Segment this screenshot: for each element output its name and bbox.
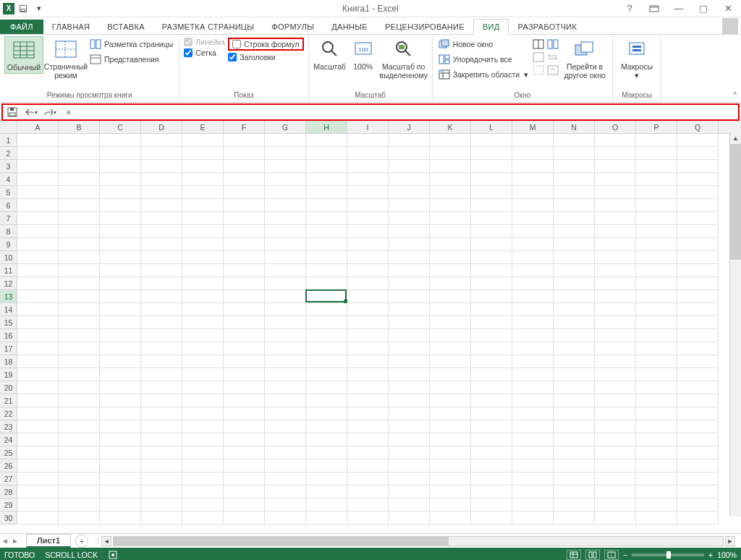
cell[interactable] xyxy=(182,368,224,381)
cell[interactable] xyxy=(512,290,554,303)
cell[interactable] xyxy=(389,407,430,420)
cell[interactable] xyxy=(636,459,677,472)
cell[interactable] xyxy=(141,290,182,303)
cell[interactable] xyxy=(389,303,430,316)
row-header-8[interactable]: 8 xyxy=(0,225,17,238)
cell[interactable] xyxy=(265,446,306,459)
cell[interactable] xyxy=(677,381,719,394)
cell[interactable] xyxy=(306,264,347,277)
macro-record-icon[interactable] xyxy=(108,550,118,560)
cell[interactable] xyxy=(471,212,512,225)
row-header-16[interactable]: 16 xyxy=(0,329,17,342)
cell[interactable] xyxy=(224,212,265,225)
cell[interactable] xyxy=(512,459,554,472)
cell[interactable] xyxy=(59,485,100,499)
cell[interactable] xyxy=(347,512,389,525)
cell[interactable] xyxy=(471,394,512,407)
cell[interactable] xyxy=(265,147,306,160)
cell[interactable] xyxy=(347,199,389,212)
cell[interactable] xyxy=(512,329,554,342)
cell[interactable] xyxy=(224,420,265,433)
new-window-button[interactable]: Новое окно xyxy=(437,38,530,51)
cell[interactable] xyxy=(636,212,677,225)
arrange-all-button[interactable]: Упорядочить все xyxy=(437,53,530,66)
cell[interactable] xyxy=(224,173,265,186)
cell[interactable] xyxy=(141,160,182,173)
cell[interactable] xyxy=(265,342,306,355)
cell[interactable] xyxy=(677,290,719,303)
cell[interactable] xyxy=(100,342,141,355)
cell[interactable] xyxy=(347,238,389,251)
hide-icon[interactable] xyxy=(533,52,544,62)
freeze-panes-button[interactable]: Закрепить области▾ xyxy=(437,68,530,81)
cell[interactable] xyxy=(100,264,141,277)
cell[interactable] xyxy=(471,225,512,238)
cell[interactable] xyxy=(100,290,141,303)
cell[interactable] xyxy=(306,251,347,264)
cell[interactable] xyxy=(471,433,512,446)
cell[interactable] xyxy=(17,420,59,433)
cell[interactable] xyxy=(182,303,224,316)
cell[interactable] xyxy=(347,433,389,446)
cell[interactable] xyxy=(182,407,224,420)
cell[interactable] xyxy=(389,277,430,290)
cell[interactable] xyxy=(471,407,512,420)
cell[interactable] xyxy=(100,355,141,368)
cell[interactable] xyxy=(224,485,265,499)
cell[interactable] xyxy=(306,277,347,290)
cell[interactable] xyxy=(471,368,512,381)
cell[interactable] xyxy=(141,459,182,472)
cell[interactable] xyxy=(17,485,59,499)
cell[interactable] xyxy=(59,368,100,381)
row-header-9[interactable]: 9 xyxy=(0,238,17,251)
scroll-right-icon[interactable]: ► xyxy=(725,536,735,546)
cell[interactable] xyxy=(306,355,347,368)
cell[interactable] xyxy=(595,459,636,472)
cell[interactable] xyxy=(595,277,636,290)
cell[interactable] xyxy=(636,290,677,303)
cell[interactable] xyxy=(677,134,719,147)
cell[interactable] xyxy=(347,381,389,394)
cell[interactable] xyxy=(265,368,306,381)
cell[interactable] xyxy=(59,238,100,251)
cell[interactable] xyxy=(141,186,182,199)
cell[interactable] xyxy=(306,394,347,407)
column-header-I[interactable]: I xyxy=(347,121,389,133)
cell[interactable] xyxy=(512,355,554,368)
collapse-ribbon-icon[interactable]: ^ xyxy=(733,91,737,99)
cell[interactable] xyxy=(224,433,265,446)
row-header-28[interactable]: 28 xyxy=(0,485,17,499)
cell[interactable] xyxy=(512,264,554,277)
cell[interactable] xyxy=(636,199,677,212)
cell[interactable] xyxy=(389,512,430,525)
cell[interactable] xyxy=(59,459,100,472)
cell[interactable] xyxy=(595,173,636,186)
cell[interactable] xyxy=(389,238,430,251)
cell[interactable] xyxy=(141,420,182,433)
cell[interactable] xyxy=(512,381,554,394)
cell[interactable] xyxy=(100,316,141,329)
cell[interactable] xyxy=(636,316,677,329)
cell[interactable] xyxy=(677,446,719,459)
cell[interactable] xyxy=(554,290,595,303)
cell[interactable] xyxy=(595,134,636,147)
row-header-1[interactable]: 1 xyxy=(0,134,17,147)
cell[interactable] xyxy=(389,472,430,485)
cell[interactable] xyxy=(347,277,389,290)
cell[interactable] xyxy=(182,160,224,173)
cell[interactable] xyxy=(182,173,224,186)
cell[interactable] xyxy=(554,420,595,433)
user-avatar[interactable] xyxy=(722,18,738,34)
cell[interactable] xyxy=(100,147,141,160)
cell[interactable] xyxy=(471,290,512,303)
column-header-F[interactable]: F xyxy=(224,121,265,133)
cell[interactable] xyxy=(636,512,677,525)
cell[interactable] xyxy=(430,394,471,407)
cell[interactable] xyxy=(17,134,59,147)
cell[interactable] xyxy=(265,329,306,342)
switch-windows-button[interactable]: Перейти в другое окно xyxy=(562,36,608,81)
vscroll-thumb[interactable] xyxy=(730,144,741,260)
cell[interactable] xyxy=(512,316,554,329)
column-header-B[interactable]: B xyxy=(59,121,100,133)
cell[interactable] xyxy=(595,407,636,420)
